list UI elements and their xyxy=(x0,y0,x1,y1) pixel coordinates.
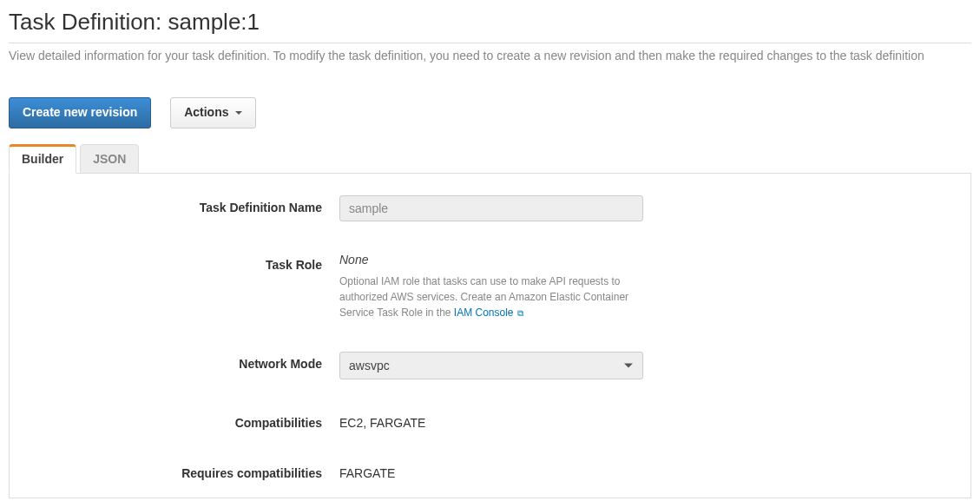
row-requires-compatibilities: Requires compatibilities FARGATE xyxy=(27,461,953,480)
page-description: View detailed information for your task … xyxy=(9,49,971,63)
create-new-revision-button[interactable]: Create new revision xyxy=(9,97,151,129)
task-definition-name-input xyxy=(339,195,643,221)
page-title: Task Definition: sample:1 xyxy=(9,9,971,36)
network-mode-select[interactable]: awsvpc xyxy=(339,352,643,379)
label-task-role: Task Role xyxy=(27,253,339,272)
action-button-row: Create new revision Actions xyxy=(9,97,971,129)
task-role-value: None xyxy=(339,253,652,267)
actions-button-label: Actions xyxy=(184,105,228,119)
label-requires-compatibilities: Requires compatibilities xyxy=(27,461,339,480)
row-network-mode: Network Mode awsvpc xyxy=(27,352,953,379)
label-compatibilities: Compatibilities xyxy=(27,411,339,430)
requires-compatibilities-value: FARGATE xyxy=(339,461,652,480)
tab-json[interactable]: JSON xyxy=(80,144,139,174)
row-compatibilities: Compatibilities EC2, FARGATE xyxy=(27,411,953,430)
caret-down-icon xyxy=(235,111,242,115)
label-task-definition-name: Task Definition Name xyxy=(27,195,339,214)
tabs-row: Builder JSON xyxy=(9,144,971,174)
header-divider xyxy=(9,43,971,43)
network-mode-value: awsvpc xyxy=(339,352,643,379)
row-task-role: Task Role None Optional IAM role that ta… xyxy=(27,253,953,320)
tab-builder[interactable]: Builder xyxy=(9,144,76,174)
actions-dropdown-button[interactable]: Actions xyxy=(170,97,256,129)
iam-console-link[interactable]: IAM Console ⧉ xyxy=(454,307,523,319)
label-network-mode: Network Mode xyxy=(27,352,339,371)
builder-panel: Task Definition Name Task Role None Opti… xyxy=(9,174,971,498)
compatibilities-value: EC2, FARGATE xyxy=(339,411,652,430)
task-role-help-text: Optional IAM role that tasks can use to … xyxy=(339,274,635,320)
external-link-icon: ⧉ xyxy=(517,307,523,320)
row-task-definition-name: Task Definition Name xyxy=(27,195,953,221)
